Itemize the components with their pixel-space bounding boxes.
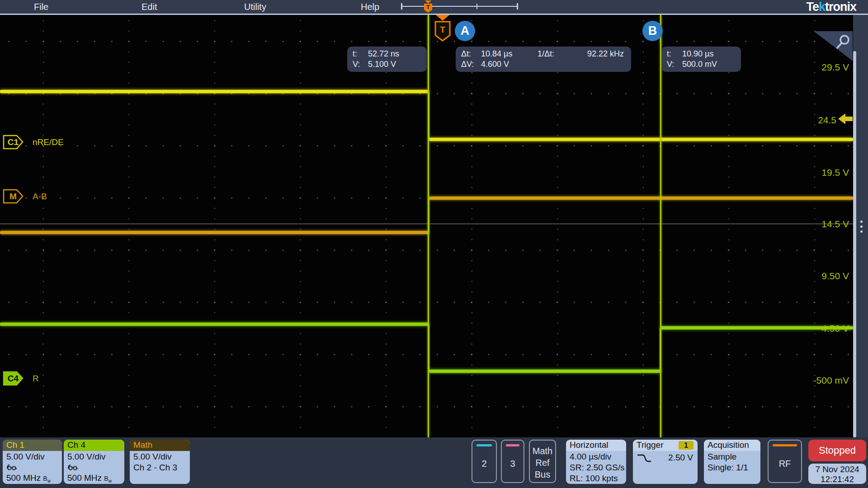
b-t-label: t: (667, 49, 682, 59)
channel-badge-math[interactable]: M (3, 189, 24, 204)
ch4-waveform-label[interactable]: R (33, 374, 39, 384)
delta-readout: Δt:10.84 µs 1/Δt:92.22 kHz ΔV:4.600 V (456, 47, 631, 72)
channel-badge-c1[interactable]: C1 (3, 135, 24, 150)
run-stop-status[interactable]: Stopped (808, 440, 866, 461)
inv-dt-label: 1/Δt: (538, 49, 567, 59)
magnifier-icon (835, 34, 850, 51)
ch1-settings-badge[interactable]: Ch 1 5.00 V/div 500 MHz Bw (3, 440, 62, 484)
ch4-probe-row (64, 462, 124, 472)
logo-k: k (819, 0, 825, 14)
cursor-a-readout: t:52.72 ns V:5.100 V (347, 47, 427, 72)
ch3-color-bar (506, 444, 519, 446)
trigger-header: Trigger 1 (633, 440, 698, 451)
record-view-tick (476, 4, 477, 9)
scale-label-14-5: 14.5 V (808, 219, 849, 230)
ch1-probe-row (3, 462, 62, 472)
math-scale: 5.00 V/div (130, 451, 190, 462)
trigger-level-row: 2.50 V (633, 451, 698, 465)
center-graticule-line (0, 224, 853, 224)
trigger-position-flag[interactable]: T (434, 20, 451, 42)
dt-label: Δt: (461, 49, 481, 59)
rf-button-label: RF (769, 459, 801, 469)
acquisition-single: Single: 1/1 (704, 462, 760, 473)
channel-badge-c1-text: C1 (8, 137, 19, 147)
channel-badge-c4[interactable]: C4 (3, 371, 24, 386)
mrb-line2: Ref (530, 457, 555, 469)
a-t-value: 52.72 ns (368, 49, 399, 59)
math-waveform-label[interactable]: A-B (33, 192, 47, 202)
falling-edge-icon (637, 453, 652, 464)
datetime-badge: 7 Nov 2024 12:21:42 (808, 464, 866, 484)
ch2-button[interactable]: 2 (472, 440, 497, 483)
rf-button[interactable]: RF (768, 440, 802, 483)
right-scroll-strip[interactable] (853, 51, 856, 437)
horizontal-scale: 4.00 µs/div (566, 451, 626, 462)
b-t-value: 10.90 µs (682, 49, 713, 59)
ch4-bandwidth: 500 MHz (67, 473, 102, 483)
dt-value: 10.84 µs (481, 49, 535, 59)
ch4-scale: 5.00 V/div (64, 451, 124, 462)
menu-file[interactable]: File (34, 2, 48, 12)
rf-color-bar (773, 444, 797, 446)
scale-label-29-5: 29.5 V (808, 62, 849, 73)
b-v-label: V: (667, 59, 682, 70)
cursor-b-readout: t:10.90 µs V:500.0 mV (661, 47, 741, 72)
scale-label-m500: -500 mV (808, 375, 849, 386)
time-text: 12:21:42 (808, 474, 866, 484)
inv-dt-value: 92.22 kHz (567, 49, 624, 59)
cursor-b-bubble[interactable]: B (642, 21, 663, 41)
ch1-position-arrow-icon[interactable] (838, 113, 853, 125)
ch1-header: Ch 1 (3, 440, 62, 451)
math-trace-high (429, 197, 853, 200)
acquisition-panel[interactable]: Acquisition Sample Single: 1/1 (704, 440, 760, 484)
channel-badge-math-text: M (9, 192, 17, 201)
trigger-level-value: 2.50 V (668, 452, 693, 463)
trigger-t-icon: T (424, 4, 432, 13)
logo-te: Te (806, 0, 819, 15)
ch1-waveform-label[interactable]: nRE/DE (33, 137, 64, 147)
bottom-bar: Ch 1 5.00 V/div 500 MHz Bw Ch 4 5.00 V/d… (0, 437, 868, 488)
glasses-icon (67, 464, 78, 470)
ch2-color-bar (476, 444, 492, 446)
dv-value: 4.600 V (481, 59, 509, 70)
acquisition-header: Acquisition (704, 440, 760, 451)
trigger-flag-t: T (440, 25, 445, 34)
scale-label-19-5: 19.5 V (808, 167, 849, 178)
math-ref-bus-button[interactable]: Math Ref Bus (529, 440, 556, 483)
right-drawer-handle[interactable] (860, 221, 863, 236)
ch1-scale: 5.00 V/div (3, 451, 62, 462)
cursor-a-line[interactable] (428, 15, 429, 437)
record-view-right-bracket (517, 3, 518, 9)
a-v-value: 5.100 V (368, 59, 396, 70)
ch3-button[interactable]: 3 (501, 440, 524, 483)
record-view-line (402, 6, 517, 7)
math-source: Ch 2 - Ch 3 (130, 462, 190, 473)
menu-edit[interactable]: Edit (142, 2, 157, 12)
channel-badge-c4-text: C4 (8, 374, 19, 383)
acquisition-mode: Sample (704, 451, 760, 462)
ch4-settings-badge[interactable]: Ch 4 5.00 V/div 500 MHz Bw (64, 440, 124, 484)
record-view-trigger-marker[interactable]: T (424, 0, 432, 13)
cursor-a-bubble[interactable]: A (455, 21, 475, 41)
a-v-label: V: (353, 59, 368, 70)
horizontal-sample-rate: SR: 2.50 GS/s (566, 462, 626, 473)
trigger-triangle-icon (425, 0, 431, 4)
zoom-corner-button[interactable] (814, 31, 853, 61)
ch4-header: Ch 4 (64, 440, 124, 451)
ch2-button-label: 2 (472, 459, 496, 469)
scale-label-4-50: 4.50 V (808, 323, 849, 334)
cursor-b-line[interactable] (660, 15, 661, 437)
right-margin (853, 15, 868, 437)
menu-utility[interactable]: Utility (244, 2, 266, 12)
ch4-trace-high1 (0, 323, 429, 326)
horizontal-panel[interactable]: Horizontal 4.00 µs/div SR: 2.50 GS/s RL:… (566, 440, 626, 484)
a-t-label: t: (353, 49, 368, 59)
horizontal-header: Horizontal (566, 440, 626, 451)
trigger-source-badge: 1 (679, 441, 693, 450)
scale-label-9-50: 9.50 V (808, 271, 849, 282)
menu-help[interactable]: Help (361, 2, 379, 12)
math-settings-badge[interactable]: Math 5.00 V/div Ch 2 - Ch 3 (130, 440, 190, 484)
ch4-trace-low (429, 370, 661, 373)
date-text: 7 Nov 2024 (808, 465, 866, 474)
trigger-panel[interactable]: Trigger 1 2.50 V (633, 440, 698, 484)
